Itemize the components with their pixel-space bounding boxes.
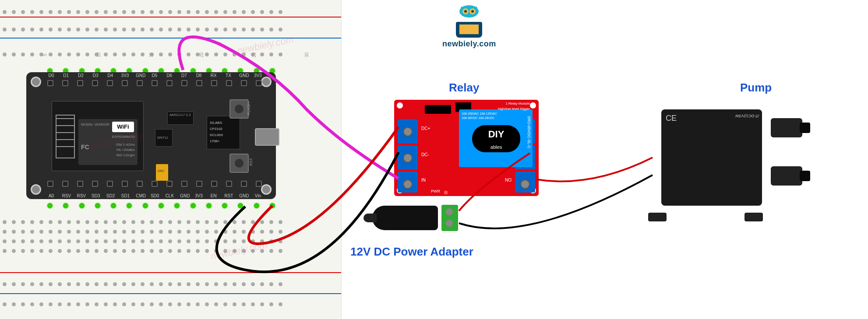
relay-term-dcminus xyxy=(398,145,418,170)
mount-hole-icon xyxy=(261,184,272,195)
pin-header-bot xyxy=(47,181,262,191)
vendor-text: MODEL VENDOR xyxy=(81,123,109,126)
pump-outlet-icon xyxy=(771,118,802,137)
dc-barrel-jack xyxy=(372,206,438,230)
bb-hole-row xyxy=(0,50,341,58)
mount-hole-icon xyxy=(31,184,41,195)
ce-mark-icon: CE xyxy=(666,114,677,123)
pcb-antenna-icon xyxy=(56,115,75,158)
mcu-bot-pin-row xyxy=(47,203,275,319)
brand-logo: newbiely.com xyxy=(442,4,496,49)
mount-hole-icon xyxy=(261,77,272,87)
relay-term-dcplus xyxy=(398,119,418,144)
esp8266-module: WiFi MODEL VENDOR ESP8266MOD FC ISM 2.4G… xyxy=(52,101,144,171)
pump-foot-icon xyxy=(745,213,763,221)
pump-body: JT-DC12V3W CE xyxy=(661,109,762,206)
tantalum-capacitor-icon: 106C xyxy=(156,164,168,181)
pin-labels-top: D0D1D2D3D43V3GNDD5D6D7D8RXTXGND3V3 xyxy=(47,73,262,78)
diyables-logo-icon: DIY ables xyxy=(472,125,520,152)
mount-hole-icon xyxy=(397,102,403,109)
dc-water-pump: JT-DC12V3W CE xyxy=(648,105,784,219)
dc-screw-terminal xyxy=(441,205,458,231)
relay-coil-body: DIY ables SRD-05VDC-SL-C 10A 250VAC 10A … xyxy=(459,109,533,167)
svg-point-4 xyxy=(471,10,474,13)
relay-term-in xyxy=(398,172,418,193)
pwr-led-icon xyxy=(444,191,448,194)
wifi-logo-icon: WiFi xyxy=(112,122,134,132)
regulator-chip: AMS1117 3.3 xyxy=(167,112,194,125)
svg-point-3 xyxy=(464,10,467,13)
usb-serial-chip: SILABS CP2102 DCL00X 1708+ xyxy=(207,116,240,149)
trigger-jumper xyxy=(425,105,451,114)
relay-term-no xyxy=(515,172,535,193)
power-adapter-label: 12V DC Power Adapter xyxy=(350,245,473,259)
bb-hole-row xyxy=(0,25,341,33)
relay-label: Relay xyxy=(449,81,479,95)
esp-shield: WiFi MODEL VENDOR ESP8266MOD FC ISM 2.4G… xyxy=(78,119,138,165)
flash-button xyxy=(229,99,249,119)
pump-inlet-icon xyxy=(771,166,802,186)
pin-header-top xyxy=(47,80,262,91)
nodemcu-esp8266-board: D0D1D2D3D43V3GNDD5D6D7D8RXTXGND3V3 A0RSV… xyxy=(26,72,276,199)
small-chip: DN711 xyxy=(155,129,173,147)
pin-labels-bot: A0RSVRSVSD3SD2SD1CMDSD0CLKGND3V3ENRSTGND… xyxy=(47,193,262,198)
brand-name: newbiely.com xyxy=(442,39,496,49)
mount-hole-icon xyxy=(530,102,536,109)
owl-icon xyxy=(456,4,482,23)
laptop-icon xyxy=(456,22,482,38)
bb-hole-row xyxy=(0,8,341,16)
pump-label: Pump xyxy=(740,81,772,95)
mount-hole-icon xyxy=(31,77,41,87)
pump-foot-icon xyxy=(648,213,667,221)
micro-usb-port-icon xyxy=(255,128,279,146)
fcc-icon: FC xyxy=(81,144,89,151)
model-text: ESP8266MOD xyxy=(112,135,135,139)
power-rail-top-red xyxy=(0,17,341,18)
wire-no-pump-pos xyxy=(536,158,653,181)
reset-button xyxy=(229,154,249,173)
relay-module: DC+ DC- IN NC COM NO DIY ables SRD-05VDC… xyxy=(394,100,539,196)
power-rail-top-blue xyxy=(0,38,341,39)
